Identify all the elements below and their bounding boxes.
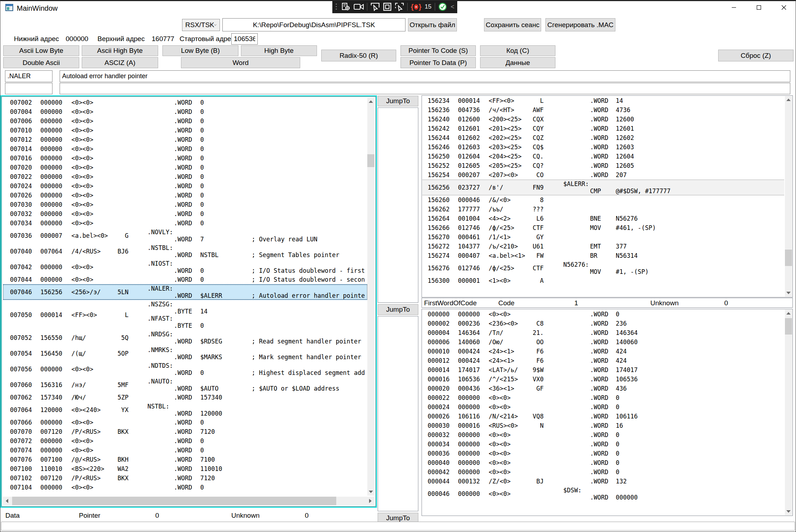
word-button[interactable]: Word xyxy=(181,57,300,68)
listing-row[interactable]: 156236004736/ч/<HT>AWF.WORD4736 xyxy=(422,105,784,115)
reset-button[interactable]: Сброс (Z) xyxy=(718,50,794,61)
scrollbar-thumb[interactable] xyxy=(367,154,374,167)
listing-row[interactable]: 007022000000<0><0>.WORD0 xyxy=(3,172,368,181)
listing-row[interactable]: 007100110010<BS><220>WA2.WORD110010 xyxy=(3,464,368,473)
listing-row[interactable]: 156234000014<FF><0>L.WORD14 xyxy=(422,96,784,105)
camera-icon[interactable] xyxy=(354,3,364,10)
listing-row[interactable]: 000012000424<24><1>F6.WORD424 xyxy=(422,356,784,365)
scroll-down-icon[interactable] xyxy=(369,491,373,493)
listing-row[interactable]: 007040007064/4/<RUS>BJ6.NSTBL:.WORDNSTBL… xyxy=(3,244,368,259)
listing-row[interactable]: 000022000000<0><0>.WORD0 xyxy=(422,393,784,402)
listing-row[interactable]: 007104000000<0><0>.WORD0 xyxy=(3,483,368,492)
listing-row[interactable]: 000042000000<0><0>.WORD0 xyxy=(422,467,784,477)
listing-row[interactable]: 007030000000<0><0>.WORD0 xyxy=(3,200,368,209)
listing-row[interactable]: 156272104377/ъ/<210>U61EMT377 xyxy=(422,242,784,251)
collapse-chevron-icon[interactable]: < xyxy=(450,3,454,11)
jumpto-button-top[interactable]: JumpTo xyxy=(378,96,418,106)
radix50-button[interactable]: Radix-50 (R) xyxy=(321,50,396,61)
listing-row[interactable]: 156250012604<204><25>CQ..WORD12604 xyxy=(422,152,784,161)
listing-row[interactable]: 000020000436<36><1>GF.WORD436 xyxy=(422,384,784,393)
left-vertical-scrollbar[interactable] xyxy=(367,98,374,496)
listing-row[interactable]: 007016000000<0><0>.WORD0 xyxy=(3,154,368,163)
code-button[interactable]: Код (C) xyxy=(480,45,555,56)
log-target-icon[interactable] xyxy=(341,2,351,11)
jump-list-bottom[interactable] xyxy=(378,316,418,511)
bottom-vertical-scrollbar[interactable] xyxy=(785,310,792,515)
stop-region-icon[interactable] xyxy=(383,2,392,11)
listing-row[interactable]: 156242012601<201><25>CQY.WORD12601 xyxy=(422,124,784,133)
listing-row[interactable]: 156240012600<200><25>CQX.WORD12600 xyxy=(422,115,784,124)
listing-row[interactable]: 007064120000<0><240>YXNSTBL:.WORD120000 xyxy=(3,402,368,418)
listing-row[interactable]: 007056000000<0><0>.NDTDS:.WORD0; Highest… xyxy=(3,361,368,377)
ascii-high-byte-button[interactable]: Ascii High Byte xyxy=(82,45,158,56)
listing-row[interactable]: 156246012603<203><25>CQ$.WORD12603 xyxy=(422,142,784,152)
listing-row[interactable]: 000006140060/Ою/OO.WORD140060 xyxy=(422,337,784,347)
listing-row[interactable]: 000044000132/Z/<0>BJ.WORD132 xyxy=(422,477,784,486)
open-file-button[interactable]: Открыть файл xyxy=(408,18,457,31)
listing-row[interactable]: 000000000000<0><0>.WORD0 xyxy=(422,310,784,319)
jump-list-top[interactable] xyxy=(378,107,418,303)
scrollbar-thumb[interactable] xyxy=(785,250,792,266)
listing-row[interactable]: 007046156256<256>/э/5LN.NALER:.WORD$ALER… xyxy=(3,284,368,300)
listing-row[interactable]: 007060156316/нэ/5MF.NAUTO:.WORD$AUTO; $A… xyxy=(3,377,368,393)
listing-row[interactable]: 000016106536/^/<215>VX0.WORD106536 xyxy=(422,375,784,384)
jumpto-button-middle[interactable]: JumpTo xyxy=(378,304,418,315)
data-button[interactable]: Данные xyxy=(480,57,555,68)
listing-row[interactable]: 007034000000<0><0>.WORD0 xyxy=(3,219,368,228)
listing-row[interactable]: 007072000000<0><0>.WORD0 xyxy=(3,436,368,446)
file-format-select[interactable]: RSX/TSK xyxy=(182,19,220,31)
scroll-up-icon[interactable] xyxy=(369,100,373,103)
scroll-up-icon[interactable] xyxy=(786,312,791,315)
listing-row[interactable]: 156266012746/ф/<25>CTFMOV#461, -(SP) xyxy=(422,223,784,232)
listing-row[interactable]: 007052156550/hщ/5Q.NRDSG:.WORD$RDSEG; Re… xyxy=(3,330,368,346)
label-name-field-2[interactable] xyxy=(5,83,52,94)
listing-row[interactable]: 000032000000<0><0>.WORD0 xyxy=(422,430,784,440)
listing-row[interactable]: 007006000000<0><0>.WORD0 xyxy=(3,116,368,126)
scroll-up-icon[interactable] xyxy=(786,99,791,101)
save-session-button[interactable]: Сохранить сеанс xyxy=(484,18,541,31)
listing-row[interactable]: 156300000001<1><0>A xyxy=(422,276,784,285)
listing-row[interactable]: 000034000000<0><0>.WORD0 xyxy=(422,440,784,449)
left-horizontal-scrollbar[interactable] xyxy=(3,497,374,505)
pointer-to-code-button[interactable]: Pointer To Code (S) xyxy=(400,45,476,56)
listing-row[interactable]: 007002000000<0><0>.WORD0 xyxy=(3,98,368,107)
scroll-down-icon[interactable] xyxy=(786,510,791,513)
listing-row[interactable]: 007014000000<0><0>.WORD0 xyxy=(3,144,368,154)
close-button[interactable] xyxy=(773,2,795,13)
listing-row[interactable]: 000002000236<236><0>C8.WORD236 xyxy=(422,319,784,328)
listing-row[interactable]: 156252012605<205><25>CQ?.WORD12605 xyxy=(422,161,784,170)
listing-row[interactable]: 000030000016<RUS><0>N.WORD16 xyxy=(422,421,784,430)
listing-row[interactable]: 007066000000<0><0>.WORD0 xyxy=(3,418,368,427)
listing-row[interactable]: 000026106116/N/<214>VQ8.WORD106116 xyxy=(422,412,784,421)
listing-row[interactable]: 007062157340/Юч/5ZP.WORD157340 xyxy=(3,393,368,402)
listing-row[interactable]: 000040000000<0><0>.WORD0 xyxy=(422,458,784,467)
listing-row[interactable]: 007042000000<0><0>.NIOST:.WORD0; I/O Sta… xyxy=(3,259,368,275)
listing-row[interactable]: 156254000207<207><0>CO.WORD207 xyxy=(422,170,784,180)
listing-row[interactable]: 000046000000<0><0>$DSW:.WORD000000 xyxy=(422,486,784,502)
generate-mac-button[interactable]: Сгенерировать .MAC xyxy=(545,18,615,31)
minimize-button[interactable] xyxy=(723,2,745,13)
listing-row[interactable]: 007076007100/@/<RUS>BKH.WORD7100 xyxy=(3,455,368,464)
listing-row[interactable]: 156256023727/в'/FN9$ALERR:CMP@#$DSW, #17… xyxy=(422,180,784,195)
data-listing[interactable]: 007002000000<0><0>.WORD0007004000000<0><… xyxy=(3,98,368,497)
error-count-badge[interactable]: { ✕ } xyxy=(411,3,422,11)
scrollbar-thumb[interactable] xyxy=(12,497,336,505)
code-vertical-scrollbar[interactable] xyxy=(785,96,792,297)
first-word-listing[interactable]: 000000000000<0><0>.WORD0000002000236<236… xyxy=(422,310,784,515)
listing-row[interactable]: 000004146364/Тл/21..WORD146364 xyxy=(422,328,784,337)
listing-row[interactable]: 156244012602<202><25>CQZ.WORD12602 xyxy=(422,133,784,142)
listing-row[interactable]: 007036000007<a.bel><0>G.NOVLY:.WORD7; Ov… xyxy=(3,228,368,244)
listing-row[interactable]: 007010000000<0><0>.WORD0 xyxy=(3,126,368,135)
high-byte-button[interactable]: High Byte xyxy=(241,45,317,56)
listing-row[interactable]: 000014174017<LAT>/ь/9$W.WORD174017 xyxy=(422,365,784,375)
asciz-button[interactable]: ASCIZ (A) xyxy=(82,57,158,68)
label-name-field[interactable] xyxy=(5,70,52,82)
start-address-input[interactable] xyxy=(231,33,258,45)
maximize-button[interactable] xyxy=(748,2,770,13)
listing-row[interactable]: 007074000000<0><0>.WORD0 xyxy=(3,446,368,455)
label-description-field[interactable] xyxy=(60,70,790,82)
listing-row[interactable]: 007004000000<0><0>.WORD0 xyxy=(3,107,368,116)
listing-row[interactable]: 156260000046/&/<0>8 xyxy=(422,195,784,205)
scroll-left-icon[interactable] xyxy=(6,499,8,503)
listing-row[interactable]: 007070007120/P/<RUS>BKX.WORD7120 xyxy=(3,427,368,436)
